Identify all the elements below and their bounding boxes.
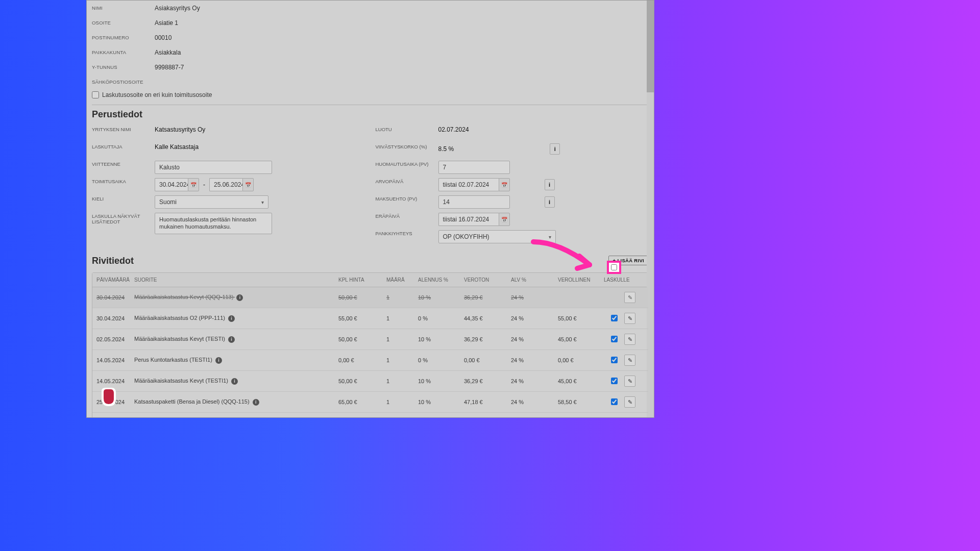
cell-maara: 1 [386, 399, 418, 405]
cell-maara: 1 [386, 336, 418, 342]
header-date: PÄIVÄMÄÄRÄ [96, 277, 134, 283]
kieli-select[interactable]: Suomi▾ [155, 195, 268, 209]
laskulle-checkbox[interactable] [611, 378, 618, 384]
kieli-value: Suomi [159, 198, 177, 206]
label-erapaiva: ERÄPÄIVÄ [376, 210, 438, 219]
calendar-icon[interactable]: 📅 [242, 178, 254, 191]
laskulle-checkbox[interactable] [611, 398, 618, 405]
cell-laskulle [604, 378, 624, 385]
cell-veroton: 36,29 € [464, 336, 511, 342]
laskutusosoite-checkbox[interactable]: Laskutusosoite on eri kuin toimitusosoit… [92, 89, 649, 103]
date-range-separator: - [203, 181, 205, 188]
label-sahkoposti: SÄHKÖPOSTIOSOITE [92, 79, 155, 85]
label-postinumero: POSTINUMERO [92, 35, 155, 40]
edit-row-button[interactable]: ✎ [624, 292, 635, 303]
laskulle-checkbox[interactable] [611, 336, 618, 342]
label-viivastyskorko: VIIVÄSTYSKORKO (%) [376, 140, 438, 149]
table-row: 30.04.2024Määräaikaiskatsastus O2 (PPP-1… [92, 308, 648, 329]
value-ytunnus: 9998887-7 [155, 64, 184, 71]
table-row: 25.06.2024Katsastuspaketti (Bensa ja Die… [92, 392, 648, 413]
label-yritys: YRITYKSEN NIMI [92, 123, 155, 132]
huomautus-input[interactable]: 7 [438, 161, 510, 174]
rivitiedot-heading: Rivitiedot [92, 256, 134, 266]
cell-maara: 1 [386, 294, 418, 300]
cell-kpl: 50,00 € [338, 294, 386, 300]
cell-laskulle [604, 398, 624, 406]
erapaiva-input[interactable]: tiistai 16.07.2024 [438, 213, 499, 226]
cell-alennus: 0 % [418, 357, 464, 363]
label-kieli: KIELI [92, 192, 155, 202]
label-paikkakunta: PAIKKAKUNTA [92, 49, 155, 55]
label-maksuehto: MAKSUEHTO (PV) [376, 192, 438, 202]
label-toimitusaika: TOIMITUSAIKA [92, 175, 155, 184]
laskulle-checkbox[interactable] [611, 315, 618, 321]
total-verollinen: 203,50 € [558, 417, 604, 418]
edit-row-button[interactable]: ✎ [624, 375, 635, 387]
cell-alennus: 10 % [418, 399, 464, 405]
info-button[interactable]: i [545, 179, 555, 190]
info-icon[interactable]: i [253, 399, 259, 406]
cell-suorite: Katsastuspaketti (Bensa ja Diesel) (QQQ-… [134, 398, 338, 406]
value-paikkakunta: Asiakkala [155, 49, 181, 56]
info-icon[interactable]: i [236, 294, 243, 301]
table-row: 30.04.2024Määräaikaiskatsastus Kevyt (QQ… [92, 287, 648, 308]
label-ytunnus: Y-TUNNUS [92, 64, 155, 70]
cell-date: 30.04.2024 [96, 315, 134, 321]
viitteenne-input[interactable]: Kalusto [155, 161, 272, 174]
calendar-icon[interactable]: 📅 [499, 178, 510, 191]
laskulle-checkbox-row-0[interactable] [611, 264, 617, 270]
info-icon[interactable]: i [215, 357, 222, 364]
lisatiedot-textarea[interactable]: Huomautuslaskusta peritään hinnaston muk… [155, 213, 272, 234]
cell-kpl: 50,00 € [338, 378, 386, 384]
highlight-checkbox[interactable] [607, 261, 621, 274]
info-icon[interactable]: i [228, 336, 235, 343]
header-kpl: KPL HINTA [338, 277, 386, 283]
info-button[interactable]: i [545, 196, 555, 208]
info-icon[interactable]: i [231, 378, 238, 385]
toimitusaika-from-input[interactable]: 30.04.2024 [155, 178, 188, 191]
label-viitteenne: VIITTEENNE [92, 158, 155, 167]
info-button[interactable]: i [550, 143, 560, 155]
label-laskuttaja: LASKUTTAJA [92, 140, 155, 149]
laskutusosoite-input[interactable] [92, 91, 99, 98]
value-viivastyskorko: 8.5 % [438, 145, 454, 153]
edit-row-button[interactable]: ✎ [624, 396, 635, 408]
edit-row-button[interactable]: ✎ [624, 334, 635, 345]
label-osoite: OSOITE [92, 20, 155, 26]
cell-alv: 24 % [511, 378, 558, 384]
cell-laskulle [604, 357, 624, 364]
app-window: NIMIAsiakasyritys Oy OSOITEAsiatie 1 POS… [86, 0, 654, 418]
header-maara: MÄÄRÄ [386, 277, 418, 283]
value-osoite: Asiatie 1 [155, 19, 178, 27]
cell-suorite: Perus Kuntotarkastus (TESTI1) i [134, 357, 338, 364]
table-row: 14.05.2024Perus Kuntotarkastus (TESTI1) … [92, 350, 648, 371]
cell-alv: 24 % [511, 357, 558, 363]
header-suorite: SUORITE [134, 277, 338, 283]
edit-row-button[interactable]: ✎ [624, 313, 635, 324]
divider [92, 105, 649, 105]
cell-kpl: 0,00 € [338, 357, 386, 363]
edit-row-button[interactable]: ✎ [624, 355, 635, 366]
cell-maara: 1 [386, 315, 418, 321]
value-yritys: Katsastusyritys Oy [155, 123, 365, 133]
header-veroton: VEROTON [464, 277, 511, 283]
table-total-row: Yhteensä 164,11 € 203,50 € [92, 413, 648, 418]
value-laskuttaja: Kalle Katsastaja [155, 140, 365, 151]
cell-kpl: 55,00 € [338, 315, 386, 321]
calendar-icon[interactable]: 📅 [188, 178, 199, 191]
cell-date: 14.05.2024 [96, 378, 134, 384]
cell-suorite: Määräaikaiskatsastus Kevyt (QQQ-113) i [134, 294, 338, 301]
laskulle-checkbox[interactable] [611, 357, 618, 363]
calendar-icon[interactable]: 📅 [499, 213, 510, 226]
toimitusaika-to-input[interactable]: 25.06.2024 [209, 178, 242, 191]
scrollbar-thumb[interactable] [647, 1, 654, 92]
cell-veroton: 0,00 € [464, 357, 511, 363]
cell-maara: 1 [386, 357, 418, 363]
pankki-value: OP (OKOYFIHH) [443, 233, 489, 240]
arvopaiva-input[interactable]: tiistai 02.07.2024 [438, 178, 499, 191]
table-row: 02.05.2024Määräaikaiskatsastus Kevyt (TE… [92, 329, 648, 350]
label-arvopaiva: ARVOPÄIVÄ [376, 175, 438, 184]
cell-alv: 24 % [511, 315, 558, 321]
info-icon[interactable]: i [228, 315, 235, 322]
maksuehto-input[interactable]: 14 [438, 195, 510, 209]
